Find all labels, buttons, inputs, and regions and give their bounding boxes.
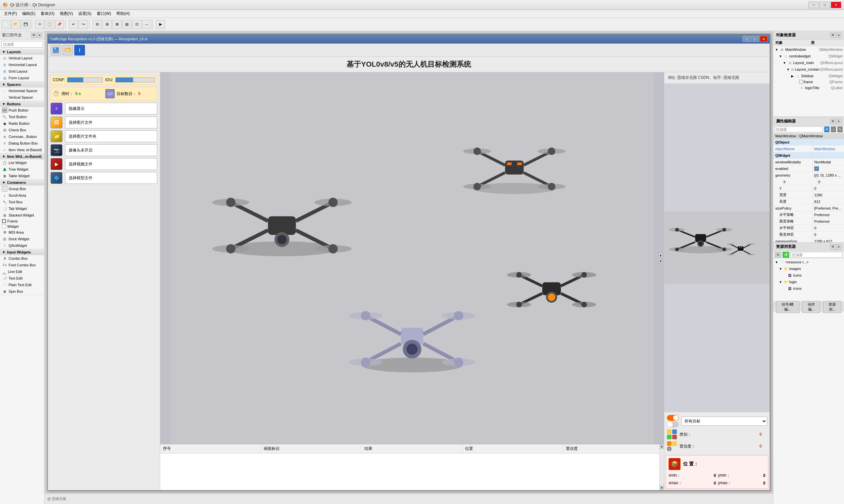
redo-button[interactable]: ↪ [79,20,88,29]
res-edit-btn[interactable]: ✎ [775,252,781,258]
menu-view[interactable]: 视图(V) [57,10,76,17]
tree-item-centralwidget[interactable]: ▼ □ centralwidget QWidget [773,53,844,59]
widget-item-font-combo-box[interactable]: F▾ Font Combo Box [0,262,44,268]
adjust-size-button[interactable]: ↔ [142,20,151,29]
widget-item-vertical-layout[interactable]: ⊟ Vertical Layout [0,55,44,61]
widget-item-check-box[interactable]: ☑ Check Box [0,127,44,133]
target-select[interactable]: 所有目标 [682,416,767,426]
menu-file[interactable]: 文件(F) [1,10,19,17]
enabled-checkbox[interactable]: ✓ [814,166,819,171]
res-browser-close-btn[interactable]: ✕ [836,244,841,250]
widget-item-mdi-area[interactable]: ⧉ MDI Area [0,229,44,236]
inner-open-btn[interactable] [63,45,73,55]
prop-row-windowmodality[interactable]: windowModality NonModal [773,159,844,165]
widget-item-frame[interactable]: Frame [0,218,44,224]
widget-item-spin-box[interactable]: ⊞ Spin Box [0,288,44,295]
res-item-images[interactable]: ▼ 📁 images [773,265,844,272]
prop-remove-btn[interactable]: − [831,126,836,132]
widget-item-plain-text-edit[interactable]: 📄 Plain Text Edit [0,282,44,288]
widget-group-header-containers[interactable]: ▼ Containers [0,180,44,185]
prop-row-minsize[interactable]: minimumSize 1280 x 812 [773,238,844,242]
widget-item-text-edit[interactable]: 📝 Text Edit [0,275,44,282]
prop-row-x[interactable]: X 0 [773,179,844,185]
widget-item-form-layout[interactable]: ▤ Form Layout [0,75,44,81]
break-layout-button[interactable]: ⊡ [132,20,141,29]
widget-item-grid-layout[interactable]: ⊠ Grid Layout [0,68,44,75]
widget-item-dock-widget[interactable]: ⊡ Dock Widget [0,236,44,242]
close-button[interactable]: ✕ [831,2,841,8]
res-refresh-btn[interactable]: ↺ [782,252,789,258]
widget-group-header-buttons[interactable]: ▼ Buttons [0,101,44,107]
widget-group-header-input[interactable]: ▼ Input Widgets [0,249,44,255]
undo-button[interactable]: ↩ [69,20,78,29]
res-item-root[interactable]: ▼ 📄 <resource r...> [773,259,844,265]
prop-edit-btn[interactable]: ✎ [838,126,843,132]
prop-row-v-policy[interactable]: 垂直策略 Preferred [773,218,844,225]
widget-item-tab-widget[interactable]: 📑 Tab Widget [0,205,44,212]
tree-item-layout-main[interactable]: ▼ ⊟ Layout_main QHBoxLayout [773,59,844,66]
scrollbar-down-arrow[interactable]: ▼ [660,486,664,490]
widget-item-list-widget[interactable]: 📋 List Widget [0,159,44,166]
tree-item-login-title[interactable]: A loginTitle QLabel [773,85,844,91]
layout-h-button[interactable]: ⊟ [92,20,102,29]
widget-item-radio-button[interactable]: ◉ Radio Button [0,120,44,127]
res-item-icons-1[interactable]: 🖼 icons [773,272,844,278]
widget-item-qax-widget[interactable]: X QAxWidget [0,242,44,249]
prop-editor-close-btn[interactable]: ✕ [836,119,841,124]
widget-item-combo-box[interactable]: ⊽ Combo Box [0,255,44,262]
conf-slider[interactable] [67,77,102,83]
prop-row-v-stretch[interactable]: 垂直伸层 0 [773,231,844,238]
nav-up-button[interactable]: ▲ [659,252,662,258]
widget-item-tool-button[interactable]: 🔧 Tool Button [0,113,44,120]
prop-row-width[interactable]: 宽度 1280 [773,192,844,198]
widget-filter-input[interactable] [1,41,43,48]
prop-row-enabled[interactable]: enabled ✓ [773,165,844,172]
copy-button[interactable]: 📋 [45,20,54,29]
select-model-button[interactable]: 选择模型文件 [65,172,157,184]
panel-close-button[interactable]: ✕ [37,33,42,38]
tree-item-layout-contain[interactable]: ▼ ⊟ Layout_contain QVBoxLayout [773,66,844,73]
res-item-icons-2[interactable]: 🖼 icons [773,285,844,292]
minimize-button[interactable]: ─ [808,2,819,8]
camera-button[interactable]: 摄像头未开启 [65,144,157,156]
obj-inspector-close-btn[interactable]: ✕ [836,33,841,38]
menu-edit[interactable]: 编辑(E) [19,10,38,17]
widget-item-group-box[interactable]: □ Group Box [0,185,44,192]
inner-close[interactable]: ✕ [760,36,768,42]
widget-item-item-view[interactable]: ≡ Item View..el-Based) [0,146,44,153]
widget-item-dialog-button-box[interactable]: ⧈ Dialog Button Box [0,140,44,146]
preview-button[interactable]: ▶ [156,20,165,29]
resource-browser-tab[interactable]: 资源浏... [823,301,841,313]
obj-inspector-float-btn[interactable]: ⧉ [830,33,836,38]
widget-item-table-widget[interactable]: ⊞ Table Widget [0,173,44,179]
select-video-button[interactable]: 选择视频文件 [65,158,157,170]
new-button[interactable]: 📄 [1,20,11,29]
prop-add-btn[interactable]: + [824,126,829,132]
widget-item-push-button[interactable]: OK Push Button [0,107,44,113]
nav-down-button[interactable]: ▼ [659,258,662,264]
widget-item-horizontal-layout[interactable]: ⊞ Horizontal Layout [0,61,44,68]
widget-item-stacked-widget[interactable]: ⊟ Stacked Widget [0,212,44,218]
widget-group-header-item-widgets[interactable]: ▼ Item Wid...m-Based) [0,154,44,159]
widget-item-line-edit[interactable]: _ Line Edit [0,268,44,275]
camera-icon-btn[interactable]: 📷 [51,144,63,156]
prop-row-geometry[interactable]: geometry [(0, 0), 1280 x ... [773,172,844,179]
menu-form[interactable]: 窗体(O) [38,10,57,17]
open-button[interactable]: 📂 [11,20,20,29]
inner-maximize[interactable]: ▷ [751,36,759,42]
cut-button[interactable]: ✂ [35,20,44,29]
layout-grid-button[interactable]: ⊠ [112,20,122,29]
inner-info-btn[interactable]: i [74,45,85,55]
prop-row-h-policy[interactable]: 水平策略 Preferred [773,212,844,218]
select-video-icon-btn[interactable]: ▶ [51,158,63,170]
widget-item-h-spacer[interactable]: ↔ Horizontal Spacer [0,88,44,94]
hide-show-icon-btn[interactable]: ≡ [51,103,63,114]
widget-item-tool-box[interactable]: 🔧 Tool Box [0,199,44,205]
save-button[interactable]: 💾 [21,20,30,29]
prop-row-objectname[interactable]: objectName MainWindow [773,146,844,152]
signal-slot-tab[interactable]: 信号/槽 编... [776,301,799,313]
layout-v-button[interactable]: ⊞ [102,20,111,29]
prop-filter-input[interactable] [775,126,823,132]
select-folder-icon-btn[interactable]: 📁 [51,130,63,142]
select-folder-button[interactable]: 选择图片文件夹 [65,130,157,142]
